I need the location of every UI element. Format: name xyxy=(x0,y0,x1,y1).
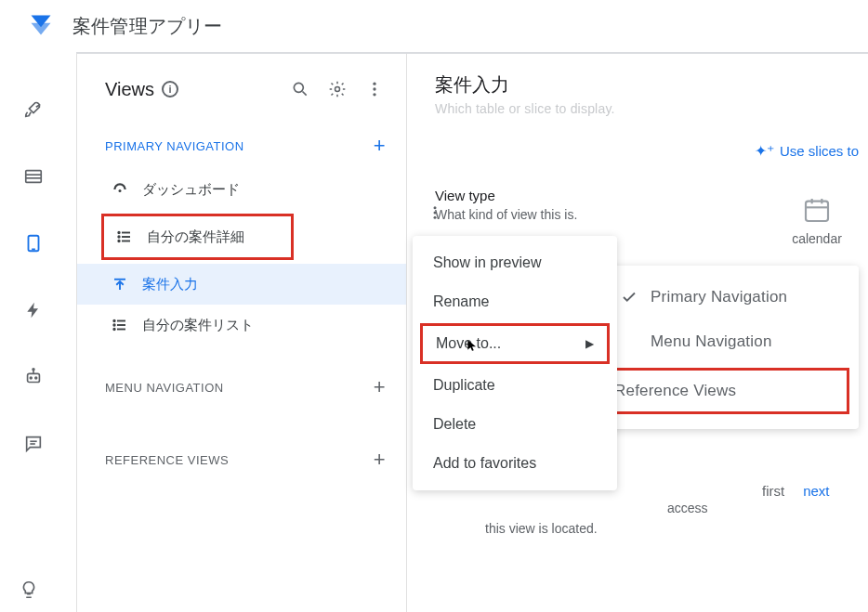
sub-reference-views[interactable]: Reference Views xyxy=(611,371,847,411)
cursor-icon xyxy=(466,339,479,352)
data-icon[interactable] xyxy=(22,165,45,188)
svg-point-39 xyxy=(434,216,437,219)
use-slices-link[interactable]: ✦⁺ Use slices to xyxy=(435,142,868,160)
view-type-desc: What kind of view this is. xyxy=(435,205,738,225)
more-vert-icon[interactable] xyxy=(360,74,389,104)
svg-point-24 xyxy=(118,241,120,242)
bot-icon[interactable] xyxy=(22,366,45,388)
gear-icon[interactable] xyxy=(322,74,352,104)
ctx-move-to[interactable]: Move to... ▶ xyxy=(423,326,607,361)
app-header: 案件管理アプリー xyxy=(0,0,868,52)
svg-point-22 xyxy=(118,232,120,234)
tips-icon[interactable] xyxy=(19,579,39,603)
arrow-right-icon: ▶ xyxy=(585,337,594,350)
automation-icon[interactable] xyxy=(22,299,45,321)
view-type-title: View type xyxy=(435,188,738,203)
context-menu: Show in preview Rename Move to... ▶ Dupl… xyxy=(413,236,617,490)
svg-point-23 xyxy=(118,236,120,238)
ctx-duplicate[interactable]: Duplicate xyxy=(413,366,617,405)
list-icon xyxy=(111,316,129,334)
left-rail xyxy=(0,52,67,612)
nav-item-label: 案件入力 xyxy=(142,276,198,293)
add-primary-button[interactable]: + xyxy=(370,132,389,160)
view-type-calendar[interactable]: calendar xyxy=(775,188,859,254)
dashboard-icon xyxy=(111,180,129,199)
position-chips: first next xyxy=(762,483,830,499)
position-next[interactable]: next xyxy=(803,483,829,499)
primary-nav-header[interactable]: PRIMARY NAVIGATION + xyxy=(77,123,406,169)
sub-menu-navigation[interactable]: Menu Navigation xyxy=(598,319,859,364)
item-more-vert-icon[interactable] xyxy=(427,204,443,226)
add-reference-button[interactable]: + xyxy=(370,446,389,474)
appsheet-logo-icon xyxy=(28,12,54,41)
nav-item-my-case-detail[interactable]: 自分の案件詳細 xyxy=(104,216,254,257)
ctx-show-in-preview[interactable]: Show in preview xyxy=(413,243,617,282)
svg-point-30 xyxy=(113,320,115,322)
upload-icon xyxy=(111,275,129,293)
nav-item-label: 自分の案件詳細 xyxy=(147,228,244,246)
svg-point-12 xyxy=(294,83,303,92)
svg-point-15 xyxy=(373,83,375,85)
svg-point-37 xyxy=(434,206,437,209)
ctx-delete[interactable]: Delete xyxy=(413,405,617,444)
svg-point-17 xyxy=(373,93,375,96)
svg-point-6 xyxy=(30,377,32,379)
nav-item-case-input[interactable]: 案件入力 xyxy=(77,264,406,305)
info-icon[interactable]: i xyxy=(162,81,178,98)
svg-point-31 xyxy=(113,324,115,326)
nav-item-dashboard[interactable]: ダッシュボード xyxy=(77,169,406,210)
svg-point-9 xyxy=(33,369,34,371)
svg-point-32 xyxy=(113,329,115,331)
list-icon xyxy=(115,228,134,246)
panel-title: Views xyxy=(105,79,154,100)
svg-rect-0 xyxy=(26,171,42,183)
app-name: 案件管理アプリー xyxy=(72,14,223,39)
svg-line-13 xyxy=(303,92,307,96)
svg-point-14 xyxy=(335,87,340,92)
views-panel: Views i PRIMARY NAVIGATION + ダッシュボード xyxy=(77,54,407,612)
add-menu-button[interactable]: + xyxy=(370,373,389,401)
views-icon[interactable] xyxy=(22,232,45,254)
subtitle-faded: Which table or slice to display. xyxy=(435,101,868,116)
sparkle-icon: ✦⁺ xyxy=(755,142,774,160)
svg-point-16 xyxy=(373,87,375,90)
chat-icon[interactable] xyxy=(22,433,45,455)
ctx-add-favorites[interactable]: Add to favorites xyxy=(413,444,617,483)
nav-item-my-case-list[interactable]: 自分の案件リスト xyxy=(77,305,406,345)
nav-item-label: 自分の案件リスト xyxy=(142,317,254,334)
nav-item-label: ダッシュボード xyxy=(142,181,240,199)
menu-nav-header[interactable]: MENU NAVIGATION + xyxy=(77,364,406,410)
position-first[interactable]: first xyxy=(762,483,784,499)
rocket-icon[interactable] xyxy=(22,98,45,121)
detail-title: 案件入力 xyxy=(435,72,868,98)
svg-rect-33 xyxy=(806,202,828,221)
svg-point-38 xyxy=(434,212,437,215)
search-icon[interactable] xyxy=(285,74,315,104)
position-desc-partial: xxxxxxxxxxxxxxxxxxxxxxxxxxxxaccess this … xyxy=(485,498,727,540)
calendar-icon xyxy=(775,195,859,228)
sub-primary-navigation[interactable]: Primary Navigation xyxy=(598,275,859,319)
ctx-rename[interactable]: Rename xyxy=(413,282,617,321)
svg-point-18 xyxy=(119,189,122,192)
reference-views-header[interactable]: REFERENCE VIEWS + xyxy=(77,436,406,483)
svg-point-7 xyxy=(35,377,37,379)
check-icon xyxy=(621,289,638,306)
move-to-submenu: Primary Navigation Menu Navigation Refer… xyxy=(598,266,859,429)
